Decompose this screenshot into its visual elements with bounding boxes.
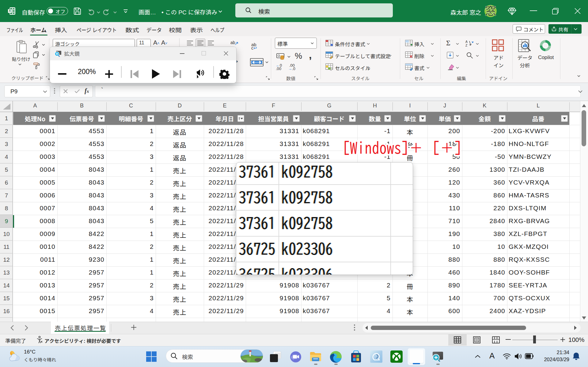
svg-text:Z: Z	[465, 43, 468, 47]
svg-text:ab: ab	[230, 40, 235, 45]
svg-text:A: A	[465, 40, 468, 43]
svg-text:X: X	[9, 9, 11, 13]
svg-text:窓: 窓	[485, 5, 496, 17]
